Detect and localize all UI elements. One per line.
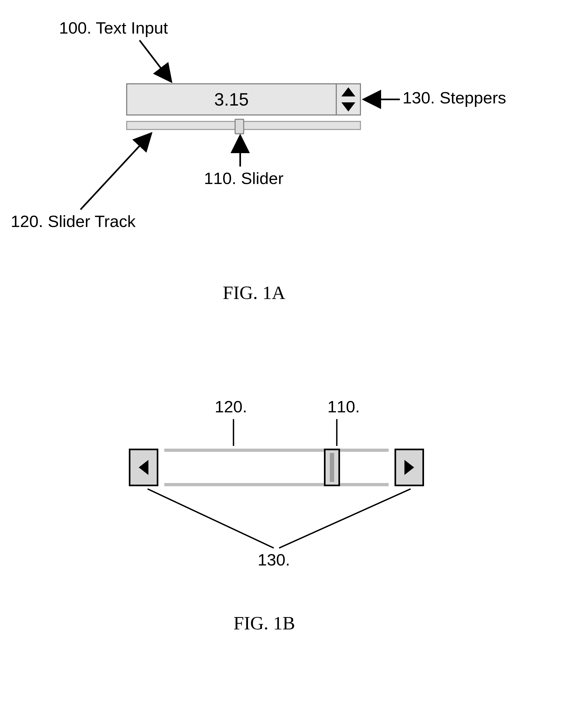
- slider-thumb[interactable]: [235, 119, 244, 134]
- caret-left-icon: [139, 460, 148, 475]
- caret-up-icon: [341, 87, 355, 97]
- svg-line-0: [140, 40, 170, 81]
- caret-right-icon: [405, 460, 414, 475]
- slider-track-b[interactable]: [164, 449, 389, 486]
- label-text-input: 100. Text Input: [59, 19, 168, 37]
- stepper-up-button[interactable]: [337, 84, 360, 99]
- numeric-text-input[interactable]: 3.15: [126, 83, 337, 115]
- svg-line-6: [147, 489, 274, 548]
- stepper-down-button[interactable]: [337, 99, 360, 114]
- label-steppers: 130. Steppers: [403, 89, 506, 107]
- caret-down-icon: [341, 102, 355, 111]
- label-slider-track: 120. Slider Track: [11, 212, 136, 231]
- slider-track[interactable]: [126, 121, 361, 130]
- label-steppers-b: 130.: [258, 551, 290, 569]
- fig1a-annotations: [0, 0, 577, 295]
- label-slider-track-b: 120.: [215, 397, 247, 416]
- slider-thumb-b[interactable]: [324, 449, 340, 486]
- label-slider-b: 110.: [327, 397, 360, 416]
- fig1b-widget: [129, 449, 424, 486]
- stepper-right-button[interactable]: [394, 449, 424, 486]
- fig1a-caption: FIG. 1A: [223, 282, 285, 304]
- fig1b-caption: FIG. 1B: [233, 613, 295, 634]
- svg-line-3: [81, 134, 150, 210]
- fig1a-widget: 3.15: [126, 83, 361, 137]
- svg-line-7: [279, 489, 411, 548]
- stepper-vertical: [337, 83, 361, 115]
- stepper-left-button[interactable]: [129, 449, 158, 486]
- label-slider: 110. Slider: [204, 169, 283, 187]
